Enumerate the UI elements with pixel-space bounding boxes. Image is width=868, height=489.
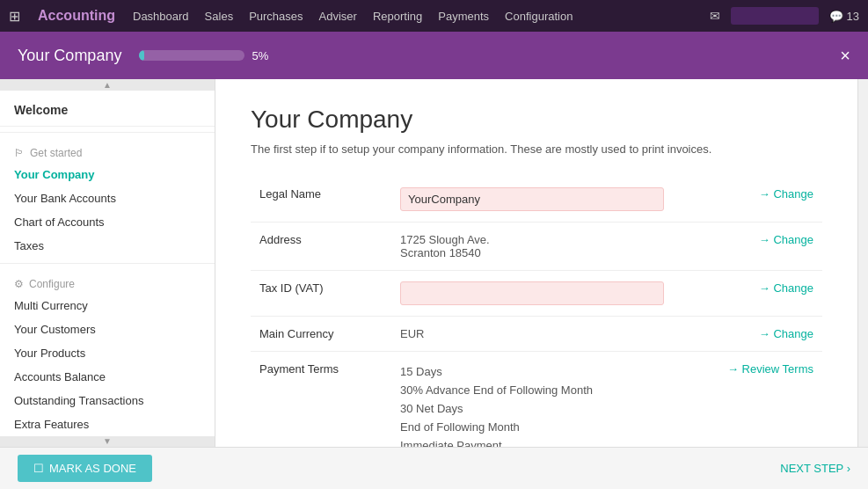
change-legal-name-link[interactable]: → Change [759, 187, 813, 201]
nav-reporting[interactable]: Reporting [373, 10, 422, 23]
search-input[interactable] [731, 7, 819, 25]
top-nav: Dashboard Sales Purchases Adviser Report… [133, 10, 692, 23]
company-info-table: Legal Name → Change Address 1725 Slough … [251, 177, 822, 447]
chat-icon[interactable]: 💬 13 [829, 10, 859, 23]
label-payment-terms: Payment Terms [251, 352, 391, 448]
nav-adviser[interactable]: Adviser [319, 10, 357, 23]
progress-label: 5% [252, 49, 268, 62]
payment-term-5: Immediate Payment [400, 436, 708, 447]
label-tax-id: Tax ID (VAT) [251, 271, 391, 317]
sidebar-divider-2 [0, 263, 215, 264]
sidebar-item-taxes[interactable]: Taxes [0, 234, 215, 258]
value-payment-terms: 15 Days 30% Advance End of Following Mon… [391, 352, 717, 448]
main-content: Your Company The first step if to setup … [215, 79, 857, 447]
sidebar-welcome: Welcome [0, 91, 215, 127]
sidebar-item-multi-currency[interactable]: Multi Currency [0, 294, 215, 317]
sidebar-item-accounts-balance[interactable]: Accounts Balance [0, 365, 215, 389]
sidebar-scroll-up[interactable]: ▲ [0, 79, 215, 91]
app-grid-icon[interactable]: ⊞ [9, 8, 20, 25]
flag-icon: 🏳 [14, 147, 25, 159]
next-step-button[interactable]: NEXT STEP › [780, 462, 850, 475]
main-scrollbar[interactable] [857, 79, 868, 447]
table-row-tax-id: Tax ID (VAT) → Change [251, 271, 822, 317]
nav-purchases[interactable]: Purchases [249, 10, 303, 23]
chevron-up-icon: ▲ [103, 80, 112, 90]
input-tax-id[interactable] [400, 281, 664, 305]
nav-sales[interactable]: Sales [205, 10, 234, 23]
chevron-down-icon: ▼ [103, 436, 112, 446]
sidebar-item-outstanding-transactions[interactable]: Outstanding Transactions [0, 389, 215, 412]
setup-modal: Your Company 5% × ▲ Welcome 🏳 Get starte… [0, 32, 868, 489]
payment-term-4: End of Following Month [400, 418, 708, 436]
progress-bar-container: 5% [139, 49, 268, 62]
change-address-link[interactable]: → Change [759, 233, 813, 246]
change-currency-link[interactable]: → Change [759, 327, 813, 340]
sidebar-scroll-down[interactable]: ▼ [0, 436, 215, 448]
checkbox-icon: ☐ [33, 462, 44, 475]
modal-close-button[interactable]: × [840, 46, 850, 66]
label-currency: Main Currency [251, 317, 391, 352]
label-address: Address [251, 223, 391, 271]
sidebar-item-your-products[interactable]: Your Products [0, 341, 215, 365]
modal-footer: ☐ MARK AS DONE NEXT STEP › [0, 447, 868, 489]
nav-payments[interactable]: Payments [438, 10, 489, 23]
table-row-payment-terms: Payment Terms 15 Days 30% Advance End of… [251, 352, 822, 448]
page-description: The first step if to setup your company … [251, 142, 822, 156]
table-row-legal-name: Legal Name → Change [251, 177, 822, 223]
review-terms-link[interactable]: → Review Terms [727, 362, 813, 376]
sidebar: ▲ Welcome 🏳 Get started Your Company You… [0, 79, 215, 447]
nav-configuration[interactable]: Configuration [505, 10, 573, 23]
sidebar-get-started-label: 🏳 Get started [0, 138, 215, 163]
progress-bar-track [139, 50, 244, 61]
value-currency: EUR [391, 317, 717, 352]
gear-icon: ⚙ [14, 278, 24, 290]
modal-title: Your Company [18, 47, 121, 65]
sidebar-item-your-customers[interactable]: Your Customers [0, 317, 215, 341]
sidebar-divider-1 [0, 132, 215, 133]
table-row-currency: Main Currency EUR → Change [251, 317, 822, 352]
topbar-right: ✉ 💬 13 [710, 7, 859, 25]
sidebar-item-bank-accounts[interactable]: Your Bank Accounts [0, 186, 215, 210]
progress-bar-fill [139, 50, 144, 61]
change-tax-id-link[interactable]: → Change [759, 281, 813, 295]
sidebar-item-your-company[interactable]: Your Company [0, 163, 215, 186]
page-title: Your Company [251, 106, 822, 134]
table-row-address: Address 1725 Slough Ave.Scranton 18540 →… [251, 223, 822, 271]
sidebar-item-extra-features[interactable]: Extra Features [0, 412, 215, 436]
label-legal-name: Legal Name [251, 177, 391, 223]
mail-icon[interactable]: ✉ [710, 9, 720, 23]
value-address: 1725 Slough Ave.Scranton 18540 [391, 223, 717, 271]
topbar: ⊞ Accounting Dashboard Sales Purchases A… [0, 0, 868, 32]
modal-body: ▲ Welcome 🏳 Get started Your Company You… [0, 79, 868, 447]
sidebar-item-chart-of-accounts[interactable]: Chart of Accounts [0, 210, 215, 234]
mark-as-done-button[interactable]: ☐ MARK AS DONE [18, 455, 152, 482]
payment-term-2: 30% Advance End of Following Month [400, 381, 708, 399]
modal-header: Your Company 5% × [0, 32, 868, 79]
app-title: Accounting [38, 8, 115, 24]
nav-dashboard[interactable]: Dashboard [133, 10, 189, 23]
payment-term-1: 15 Days [400, 362, 708, 381]
payment-term-3: 30 Net Days [400, 399, 708, 418]
sidebar-configure-label: ⚙ Configure [0, 269, 215, 294]
input-legal-name[interactable] [400, 187, 664, 211]
